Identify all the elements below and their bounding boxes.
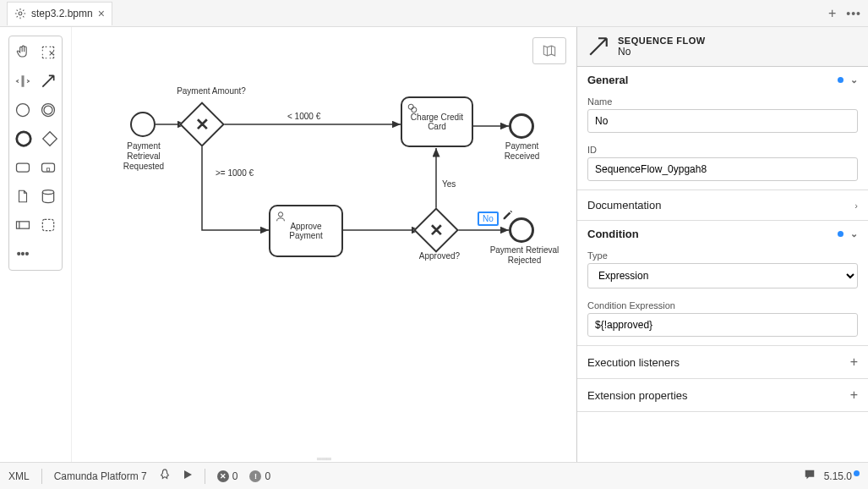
new-tab-plus-icon[interactable]: + xyxy=(828,6,836,21)
more-icon[interactable]: ••• xyxy=(846,7,861,20)
more-tools-icon[interactable]: ••• xyxy=(14,243,31,265)
data-store-icon[interactable] xyxy=(40,185,57,207)
svg-point-15 xyxy=(278,212,282,217)
section-documentation[interactable]: Documentation › xyxy=(577,190,868,221)
data-object-icon[interactable] xyxy=(14,185,31,207)
flow-label-lt1000: < 1000 € xyxy=(287,112,320,121)
chevron-right-icon: › xyxy=(854,201,858,211)
id-label: ID xyxy=(587,145,858,155)
feedback-icon[interactable] xyxy=(804,469,816,483)
type-label: Type xyxy=(587,250,858,261)
element-type-label: SEQUENCE FLOW xyxy=(618,36,706,46)
chevron-down-icon: ⌄ xyxy=(850,228,858,239)
service-task-icon xyxy=(407,102,418,114)
connect-tool-icon[interactable] xyxy=(40,70,57,92)
end-rejected-label: Payment Retrieval Rejected xyxy=(489,245,560,266)
svg-point-4 xyxy=(17,132,31,146)
svg-point-9 xyxy=(42,190,53,195)
task-charge-credit-card[interactable]: Charge Credit Card xyxy=(401,96,473,147)
deploy-icon[interactable] xyxy=(159,469,171,483)
type-select[interactable]: Expression xyxy=(587,263,858,288)
svg-point-3 xyxy=(44,106,52,114)
sequence-flow-icon xyxy=(587,36,609,58)
section-header-general[interactable]: General ⌄ xyxy=(577,67,868,93)
tab-filename: step3.2.bpmn xyxy=(31,8,93,19)
sequence-flow-no-label[interactable]: No xyxy=(478,212,499,226)
close-icon[interactable]: × xyxy=(98,7,105,20)
end-event-icon[interactable] xyxy=(14,128,33,150)
svg-rect-7 xyxy=(42,163,55,172)
group-icon[interactable] xyxy=(40,214,57,236)
flow-label-yes: Yes xyxy=(442,179,456,189)
svg-rect-5 xyxy=(43,132,57,146)
warning-count[interactable]: !0 xyxy=(249,470,270,482)
error-icon: ✕ xyxy=(217,470,229,482)
run-icon[interactable] xyxy=(183,470,193,482)
gateway1-label: Payment Amount? xyxy=(165,86,258,96)
subprocess-icon[interactable] xyxy=(40,157,57,179)
space-tool-icon[interactable] xyxy=(14,70,31,92)
gateway-icon[interactable] xyxy=(41,128,58,150)
gear-icon xyxy=(14,8,26,19)
platform-label[interactable]: Camunda Platform 7 xyxy=(54,470,147,482)
svg-point-14 xyxy=(412,107,417,113)
tool-palette: ••• xyxy=(0,27,71,462)
svg-rect-6 xyxy=(17,163,30,172)
name-input[interactable] xyxy=(587,109,858,133)
end-received-label: Payment Received xyxy=(499,141,545,162)
panel-resize-handle[interactable]: ═══ xyxy=(308,455,341,460)
chevron-down-icon: ⌄ xyxy=(850,74,858,85)
error-count[interactable]: ✕0 xyxy=(217,470,238,482)
tab-bar: step3.2.bpmn × + ••• xyxy=(0,0,868,27)
pool-icon[interactable] xyxy=(14,214,31,236)
dot-indicator-icon xyxy=(838,231,843,237)
end-event-rejected[interactable] xyxy=(509,217,534,243)
element-name-label: No xyxy=(618,46,706,58)
warning-icon: ! xyxy=(249,470,261,482)
start-event-icon[interactable] xyxy=(14,99,31,121)
plus-icon[interactable]: + xyxy=(850,387,858,403)
name-label: Name xyxy=(587,96,858,107)
condition-expr-label: Condition Expression xyxy=(587,300,858,310)
end-event-received[interactable] xyxy=(509,113,534,139)
svg-rect-12 xyxy=(42,219,53,230)
dot-indicator-icon xyxy=(838,77,843,83)
svg-rect-10 xyxy=(17,222,30,228)
gateway2-label: Approved? xyxy=(414,251,465,261)
context-pad-color-icon[interactable] xyxy=(501,208,513,220)
intermediate-event-icon[interactable] xyxy=(40,99,57,121)
bpmn-canvas[interactable]: Payment Retrieval Requested ✕ Payment Am… xyxy=(71,27,576,462)
start-event-node[interactable] xyxy=(130,112,156,137)
condition-expr-input[interactable] xyxy=(587,313,858,337)
section-header-condition[interactable]: Condition ⌄ xyxy=(577,221,868,247)
flow-label-ge1000: >= 1000 € xyxy=(216,168,254,178)
version-label[interactable]: 5.15.0 xyxy=(824,470,860,482)
status-bar: XML Camunda Platform 7 ✕0 !0 5.15.0 xyxy=(0,462,868,489)
update-dot-icon xyxy=(854,470,860,476)
properties-header: SEQUENCE FLOW No xyxy=(577,27,868,67)
section-extension-properties[interactable]: Extension properties + xyxy=(577,379,868,412)
xml-toggle[interactable]: XML xyxy=(8,470,30,482)
svg-point-1 xyxy=(17,104,30,117)
svg-point-13 xyxy=(408,104,413,109)
file-tab[interactable]: step3.2.bpmn × xyxy=(7,2,112,25)
svg-point-0 xyxy=(19,12,22,15)
lasso-tool-icon[interactable] xyxy=(40,41,57,63)
task-icon[interactable] xyxy=(14,157,31,179)
user-task-icon xyxy=(275,211,287,223)
id-input[interactable] xyxy=(587,157,858,181)
section-condition: Condition ⌄ Type Expression Condition Ex… xyxy=(577,221,868,346)
section-execution-listeners[interactable]: Execution listeners + xyxy=(577,346,868,379)
task-approve-payment[interactable]: Approve Payment xyxy=(269,205,343,257)
start-event-label: Payment Retrieval Requested xyxy=(114,141,173,172)
properties-panel: SEQUENCE FLOW No General ⌄ Name ID Docum… xyxy=(576,27,868,462)
plus-icon[interactable]: + xyxy=(850,354,858,370)
svg-rect-8 xyxy=(46,168,49,171)
hand-tool-icon[interactable] xyxy=(14,41,31,63)
section-general: General ⌄ Name ID xyxy=(577,67,868,190)
